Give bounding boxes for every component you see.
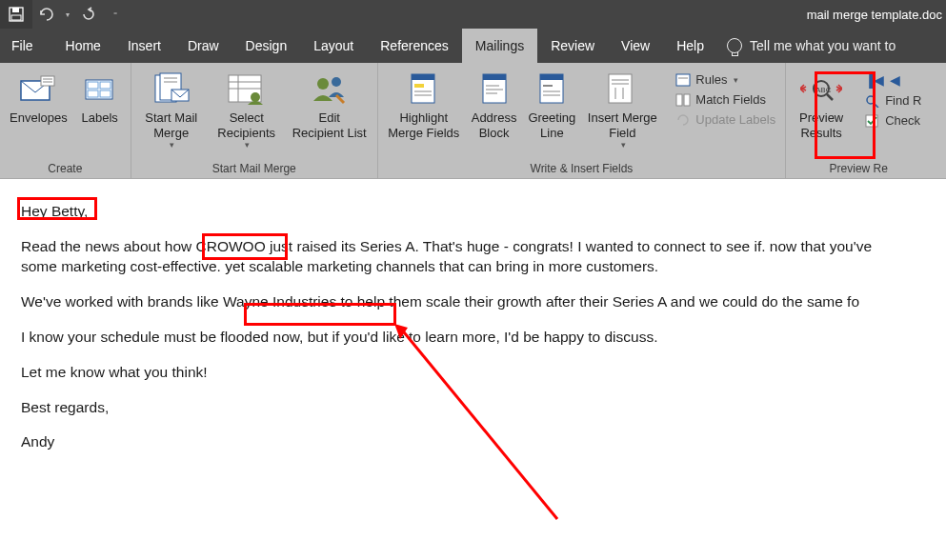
chevron-down-icon: ▾ — [245, 140, 250, 150]
tab-layout[interactable]: Layout — [300, 29, 367, 63]
svg-rect-46 — [676, 94, 682, 106]
select-recipients-icon — [227, 69, 267, 110]
greeting-line-icon — [537, 69, 566, 110]
merge-field-company: CROWOO — [196, 238, 266, 254]
address-block-label: Address Block — [472, 110, 517, 140]
lightbulb-icon — [727, 38, 742, 53]
ribbon-tabs: File Home Insert Draw Design Layout Refe… — [0, 29, 946, 63]
check-errors-icon — [864, 114, 881, 128]
undo-icon — [38, 8, 55, 21]
greeting-line-label: Greeting Line — [528, 110, 575, 140]
undo-dropdown[interactable]: ▾ — [61, 10, 74, 19]
greeting-line-button[interactable]: Greeting Line — [524, 67, 579, 142]
select-recipients-button[interactable]: Select Recipients▾ — [210, 67, 284, 152]
closing: Best regards, — [21, 398, 946, 418]
qat-customize[interactable]: ⁼ — [109, 10, 122, 19]
redo-button[interactable] — [74, 0, 103, 29]
tell-me-label: Tell me what you want to — [750, 38, 896, 53]
find-recipient-button[interactable]: Find R — [860, 91, 925, 110]
tab-review[interactable]: Review — [537, 29, 608, 63]
tab-references[interactable]: References — [367, 29, 462, 63]
tab-insert[interactable]: Insert — [114, 29, 174, 63]
first-record-icon[interactable]: ▐◀ — [864, 72, 884, 88]
update-labels-icon — [674, 113, 692, 127]
find-recipient-icon — [864, 94, 881, 108]
group-write-insert-label: Write & Insert Fields — [378, 160, 785, 178]
group-preview-results: ABC Preview Results ▐◀ ◀ Find R Check — [786, 63, 931, 178]
prev-record-icon[interactable]: ◀ — [890, 72, 900, 88]
insert-merge-field-button[interactable]: Insert Merge Field▾ — [583, 67, 661, 152]
p2-a: Read the news about how — [21, 238, 196, 254]
group-start-mail-merge-label: Start Mail Merge — [131, 160, 377, 178]
save-button[interactable] — [0, 0, 32, 29]
check-errors-label: Check — [885, 113, 920, 128]
labels-button[interactable]: Labels — [75, 67, 125, 128]
edit-recipient-list-icon — [310, 69, 350, 110]
p2-c: just raised its Series A. That's huge - … — [266, 238, 872, 254]
labels-icon — [84, 69, 116, 110]
p3-a: We've worked with brands like — [21, 293, 223, 310]
envelopes-label: Envelopes — [10, 110, 68, 126]
tab-mailings[interactable]: Mailings — [462, 29, 537, 63]
svg-rect-39 — [609, 74, 632, 103]
tab-home[interactable]: Home — [52, 29, 114, 63]
highlight-merge-fields-button[interactable]: Highlight Merge Fields — [384, 67, 464, 142]
edit-recipient-list-button[interactable]: Edit Recipient List — [288, 67, 372, 142]
group-start-mail-merge: Start Mail Merge▾ Select Recipients▾ Edi… — [131, 63, 378, 178]
tab-design[interactable]: Design — [232, 29, 301, 63]
svg-rect-47 — [684, 94, 690, 106]
paragraph-4: Let me know what you think! — [21, 363, 946, 383]
highlight-fields-icon — [408, 69, 440, 110]
merge-field-name: Betty — [51, 203, 84, 219]
chevron-down-icon: ▾ — [621, 140, 626, 150]
start-mail-merge-button[interactable]: Start Mail Merge▾ — [137, 67, 206, 152]
envelope-icon — [20, 69, 56, 110]
chevron-down-icon: ▾ — [170, 140, 174, 150]
group-write-insert: Highlight Merge Fields Address Block Gre… — [378, 63, 786, 178]
undo-button[interactable] — [32, 0, 61, 29]
rules-button[interactable]: Rules▾ — [671, 70, 779, 89]
start-mail-merge-icon — [151, 69, 192, 110]
match-fields-button[interactable]: Match Fields — [671, 90, 779, 109]
preview-results-button[interactable]: ABC Preview Results — [792, 67, 851, 142]
highlight-merge-fields-label: Highlight Merge Fields — [388, 110, 459, 140]
greeting-suffix: , — [84, 203, 88, 219]
svg-line-52 — [874, 103, 878, 108]
svg-point-51 — [867, 96, 875, 104]
select-recipients-label: Select Recipients — [217, 110, 275, 140]
svg-rect-7 — [86, 80, 112, 99]
document-body[interactable]: Hey Betty, Read the news about how CROWO… — [0, 179, 946, 452]
redo-icon — [81, 7, 96, 22]
tab-file[interactable]: File — [0, 29, 52, 63]
svg-text:ABC: ABC — [815, 86, 832, 94]
preview-results-icon: ABC — [800, 69, 842, 110]
record-nav[interactable]: ▐◀ ◀ — [860, 70, 925, 90]
update-labels-label: Update Labels — [695, 112, 775, 127]
svg-rect-1 — [12, 8, 19, 12]
svg-rect-26 — [414, 84, 424, 88]
svg-rect-30 — [483, 74, 506, 80]
quick-access-toolbar: ▾ ⁼ — [0, 0, 122, 29]
preview-results-label: Preview Results — [799, 110, 843, 140]
insert-merge-field-label: Insert Merge Field — [588, 110, 657, 140]
p2-d: some marketing cost-effective. yet scala… — [21, 258, 658, 274]
address-block-button[interactable]: Address Block — [468, 67, 521, 142]
group-create: Envelopes Labels Create — [0, 63, 131, 178]
find-recipient-label: Find R — [885, 93, 921, 108]
ribbon: Envelopes Labels Create Start Mail Merge… — [0, 63, 946, 179]
address-block-icon — [480, 69, 509, 110]
check-errors-button[interactable]: Check — [860, 111, 925, 130]
tab-help[interactable]: Help — [663, 29, 717, 63]
paragraph-2: We've worked with brands like Wayne Indu… — [21, 292, 946, 312]
paragraph-1: Read the news about how CROWOO just rais… — [21, 237, 946, 277]
svg-rect-44 — [676, 74, 690, 86]
group-preview-label: Preview Re — [786, 160, 931, 178]
rules-label: Rules — [695, 72, 727, 87]
chevron-down-icon: ▾ — [734, 75, 738, 85]
tab-draw[interactable]: Draw — [174, 29, 232, 63]
tab-view[interactable]: View — [608, 29, 663, 63]
save-icon — [9, 7, 24, 22]
tell-me-search[interactable]: Tell me what you want to — [727, 29, 896, 63]
signature: Andy — [21, 432, 946, 452]
envelopes-button[interactable]: Envelopes — [6, 67, 71, 128]
